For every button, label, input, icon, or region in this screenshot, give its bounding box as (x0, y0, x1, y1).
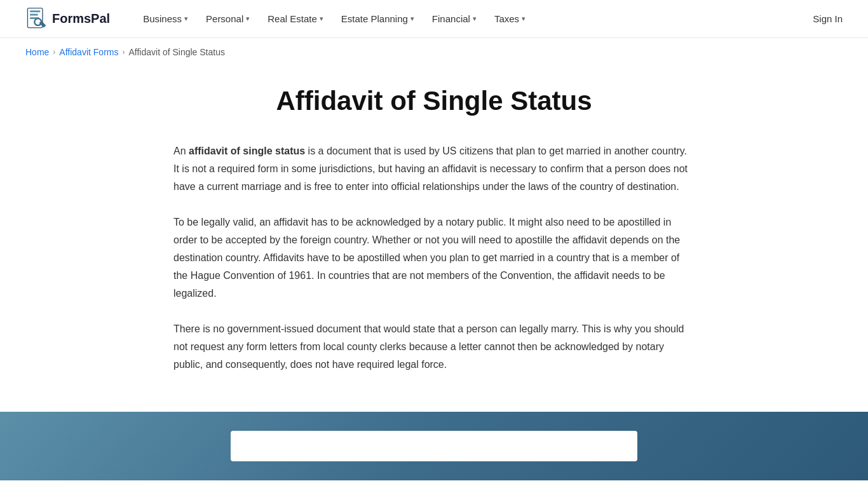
logo-text: FormsPal (52, 11, 110, 26)
main-nav: Business ▾ Personal ▾ Real Estate ▾ Esta… (135, 8, 813, 29)
footer-section (0, 412, 868, 480)
main-content: Affidavit of Single Status An affidavit … (148, 66, 720, 412)
breadcrumb-home[interactable]: Home (25, 47, 49, 57)
logo-icon (25, 7, 47, 31)
chevron-down-icon: ▾ (522, 15, 526, 23)
footer-search-box[interactable] (231, 431, 637, 461)
paragraph-1: An affidavit of single status is a docum… (173, 142, 695, 196)
chevron-down-icon: ▾ (410, 15, 414, 23)
paragraph-2: To be legally valid, an affidavit has to… (173, 214, 695, 302)
chevron-down-icon: ▾ (320, 15, 323, 23)
paragraph-3: There is no government-issued document t… (173, 320, 695, 374)
chevron-down-icon: ▾ (246, 15, 250, 23)
svg-rect-1 (30, 10, 40, 12)
bold-term: affidavit of single status (189, 146, 305, 156)
chevron-down-icon: ▾ (184, 15, 188, 23)
paragraph-1-before: An (173, 146, 189, 156)
svg-rect-2 (30, 13, 38, 15)
logo-link[interactable]: FormsPal (25, 7, 110, 31)
nav-taxes[interactable]: Taxes ▾ (487, 8, 533, 29)
breadcrumb: Home › Affidavit Forms › Affidavit of Si… (0, 38, 868, 66)
breadcrumb-current: Affidavit of Single Status (128, 47, 225, 57)
page-title: Affidavit of Single Status (173, 85, 695, 117)
nav-personal[interactable]: Personal ▾ (198, 8, 257, 29)
breadcrumb-separator-1: › (53, 48, 55, 57)
nav-business[interactable]: Business ▾ (135, 8, 196, 29)
nav-real-estate[interactable]: Real Estate ▾ (260, 8, 331, 29)
content-body: An affidavit of single status is a docum… (173, 142, 695, 374)
chevron-down-icon: ▾ (473, 15, 477, 23)
nav-financial[interactable]: Financial ▾ (424, 8, 484, 29)
breadcrumb-affidavit-forms[interactable]: Affidavit Forms (59, 47, 118, 57)
sign-in-link[interactable]: Sign In (813, 13, 843, 24)
nav-estate-planning[interactable]: Estate Planning ▾ (334, 8, 422, 29)
breadcrumb-separator-2: › (122, 48, 125, 57)
